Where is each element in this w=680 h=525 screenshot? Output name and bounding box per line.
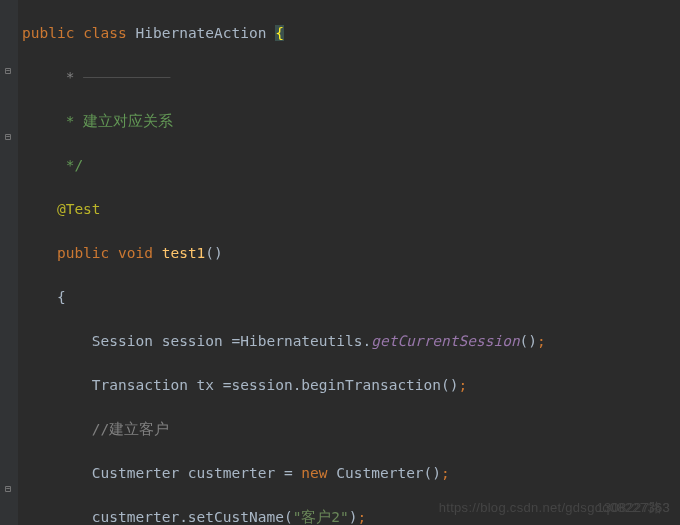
code-line: public class HibernateAction { — [22, 22, 680, 44]
code-line: * — [22, 66, 680, 88]
watermark: https://blog.csdn.net/gdsgdq08227363 130… — [439, 497, 670, 519]
code-line: Session session =Hibernateutils.getCurre… — [22, 330, 680, 352]
code-line: */ — [22, 154, 680, 176]
code-line: Custmerter custmerter = new Custmerter()… — [22, 462, 680, 484]
code-line: @Test — [22, 198, 680, 220]
code-line: Transaction tx =session.beginTransaction… — [22, 374, 680, 396]
fold-mark-icon[interactable]: ⊟ — [3, 60, 13, 70]
code-line: //建立客户 — [22, 418, 680, 440]
code-line: * 建立对应关系 — [22, 110, 680, 132]
code-line: public void test1() — [22, 242, 680, 264]
fold-mark-icon[interactable]: ⊟ — [3, 478, 13, 488]
gutter: ⊟ ⊟ ⊟ — [0, 0, 18, 525]
code-line: { — [22, 286, 680, 308]
code-area[interactable]: public class HibernateAction { * * 建立对应关… — [18, 0, 680, 525]
fold-mark-icon[interactable]: ⊟ — [3, 126, 13, 136]
code-editor[interactable]: ⊟ ⊟ ⊟ public class HibernateAction { * *… — [0, 0, 680, 525]
watermark-overlap: 1308227路3 — [596, 497, 670, 519]
